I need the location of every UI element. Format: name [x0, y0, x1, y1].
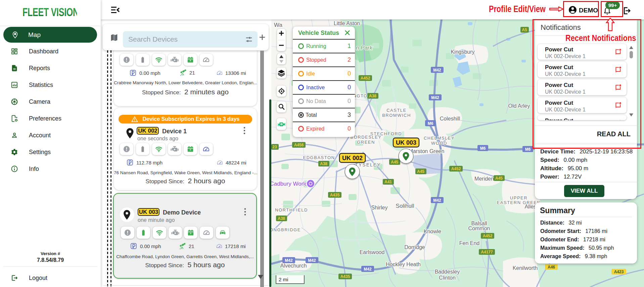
svg-text:EASTERN GREEN: EASTERN GREEN — [497, 200, 541, 205]
svg-text:M6: M6 — [480, 146, 486, 151]
svg-text:A38: A38 — [369, 94, 376, 98]
svg-text:A4177: A4177 — [481, 250, 493, 254]
svg-text:A46: A46 — [548, 265, 555, 270]
svg-text:M42: M42 — [433, 198, 441, 203]
svg-text:n Park: n Park — [356, 45, 373, 51]
svg-text:Earlswood: Earlswood — [360, 249, 385, 255]
svg-text:M6: M6 — [428, 121, 433, 126]
svg-text:Cadbury World: Cadbury World — [271, 181, 308, 187]
svg-text:A456: A456 — [294, 143, 304, 147]
svg-text:A5: A5 — [522, 28, 527, 32]
svg-text:A452: A452 — [483, 234, 493, 238]
svg-text:A45: A45 — [417, 169, 424, 174]
svg-text:A423: A423 — [614, 270, 624, 274]
svg-text:Meriden: Meriden — [474, 176, 494, 182]
svg-text:Clinton: Clinton — [439, 275, 456, 281]
svg-text:23: 23 — [272, 145, 277, 149]
svg-text:M42: M42 — [433, 68, 441, 73]
svg-text:A38: A38 — [320, 161, 327, 166]
svg-text:Coleshill: Coleshill — [440, 116, 460, 122]
svg-text:WOOD: WOOD — [431, 141, 447, 146]
svg-text:A435: A435 — [340, 274, 350, 279]
svg-text:M42: M42 — [308, 258, 316, 263]
svg-text:EDGBASTON: EDGBASTON — [303, 155, 335, 160]
svg-text:M42: M42 — [431, 95, 439, 100]
svg-text:A452: A452 — [361, 76, 370, 81]
svg-text:Fen End: Fen End — [459, 240, 479, 246]
svg-text:TYSELEY: TYSELEY — [355, 162, 381, 168]
svg-text:GREEN: GREEN — [357, 140, 375, 145]
svg-text:Solihull: Solihull — [396, 203, 414, 209]
svg-text:Hockley Heath: Hockley Heath — [386, 261, 421, 267]
svg-text:A435: A435 — [330, 193, 340, 197]
svg-text:Knowle: Knowle — [424, 229, 442, 234]
svg-text:Common: Common — [468, 226, 490, 231]
svg-text:A45: A45 — [391, 160, 398, 164]
svg-text:Dorridge: Dorridge — [404, 244, 425, 250]
svg-text:CHELMSLEY: CHELMSLEY — [424, 136, 455, 141]
svg-text:A41: A41 — [384, 180, 392, 184]
svg-text:Kenilworth: Kenilworth — [513, 265, 538, 271]
svg-text:Kingsbury: Kingsbury — [451, 49, 474, 55]
svg-text:A38: A38 — [278, 216, 285, 221]
svg-text:M6: M6 — [525, 147, 531, 152]
svg-text:M42: M42 — [364, 267, 372, 272]
svg-text:A45: A45 — [495, 176, 503, 181]
svg-text:Alvechurch: Alvechurch — [280, 263, 307, 269]
svg-text:Marston Green: Marston Green — [409, 148, 445, 154]
svg-text:UK 003: UK 003 — [396, 139, 416, 146]
svg-text:Baddesley: Baddesley — [435, 269, 460, 275]
svg-text:NORTHFIELD: NORTHFIELD — [275, 207, 308, 212]
svg-text:Wa: Wa — [274, 22, 282, 28]
svg-text:A452: A452 — [451, 166, 461, 171]
svg-text:UPPER: UPPER — [510, 195, 527, 200]
svg-text:Little Aston: Little Aston — [334, 20, 360, 26]
svg-text:BROMWICH: BROMWICH — [382, 113, 411, 118]
svg-text:CASTLE: CASTLE — [386, 108, 407, 113]
svg-text:LONGBRIDGE: LONGBRIDGE — [271, 227, 301, 232]
svg-text:UK 002: UK 002 — [342, 155, 363, 161]
svg-text:2 mi: 2 mi — [279, 277, 288, 282]
svg-text:FLEET VISION: FLEET VISION — [22, 6, 77, 18]
svg-text:M42: M42 — [285, 258, 293, 263]
svg-text:BORDESLEY: BORDESLEY — [351, 135, 382, 140]
svg-text:Old Arley: Old Arley — [508, 103, 530, 109]
svg-text:Shirley: Shirley — [371, 205, 388, 210]
